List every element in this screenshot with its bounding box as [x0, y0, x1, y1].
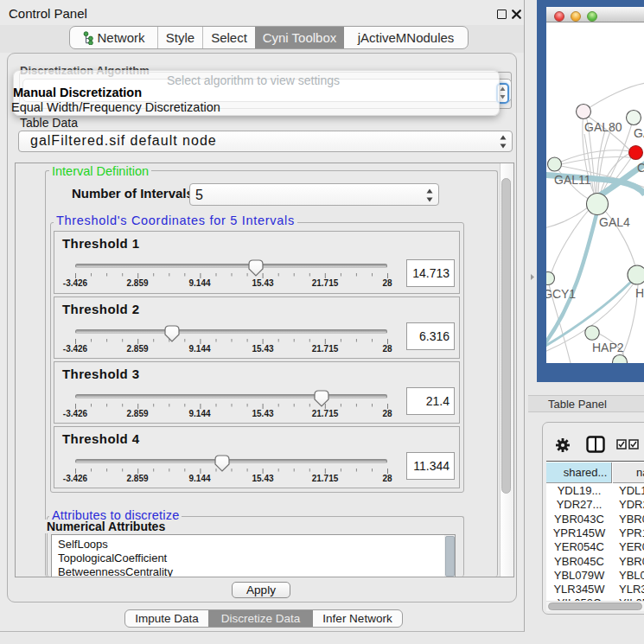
svg-text:GAL4: GAL4: [599, 215, 630, 229]
svg-text:GCY1: GCY1: [546, 287, 576, 301]
svg-text:HAP2: HAP2: [592, 341, 624, 354]
svg-text:GA: GA: [634, 126, 644, 140]
svg-text:GAL80: GAL80: [584, 120, 622, 134]
svg-text:C: C: [637, 161, 644, 175]
svg-text:H: H: [635, 286, 644, 300]
svg-text:GAL11: GAL11: [554, 173, 591, 187]
